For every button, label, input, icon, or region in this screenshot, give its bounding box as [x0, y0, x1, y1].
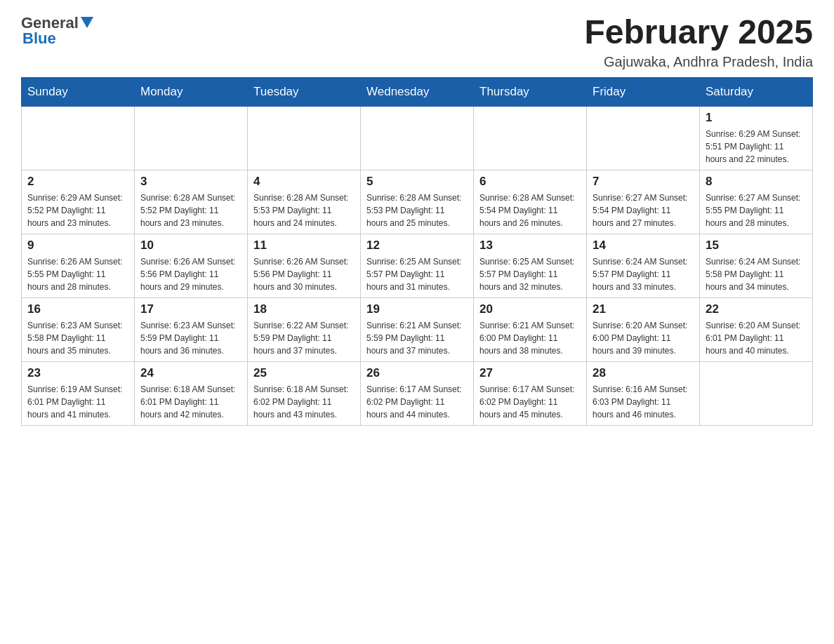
day-number: 26	[366, 366, 468, 380]
title-block: February 2025 Gajuwaka, Andhra Pradesh, …	[584, 14, 813, 70]
day-info: Sunrise: 6:25 AM Sunset: 5:57 PM Dayligh…	[366, 255, 468, 293]
day-of-week-header: Monday	[135, 77, 248, 106]
day-info: Sunrise: 6:20 AM Sunset: 6:00 PM Dayligh…	[593, 319, 694, 357]
day-info: Sunrise: 6:26 AM Sunset: 5:56 PM Dayligh…	[253, 255, 355, 293]
day-info: Sunrise: 6:27 AM Sunset: 5:55 PM Dayligh…	[706, 192, 807, 229]
day-number: 17	[140, 302, 241, 316]
calendar-cell: 13Sunrise: 6:25 AM Sunset: 5:57 PM Dayli…	[474, 234, 587, 297]
calendar-header-row: SundayMondayTuesdayWednesdayThursdayFrid…	[22, 77, 813, 106]
calendar-cell	[587, 106, 700, 170]
calendar-cell: 3Sunrise: 6:28 AM Sunset: 5:52 PM Daylig…	[135, 170, 248, 234]
day-number: 28	[593, 366, 694, 380]
day-of-week-header: Wednesday	[361, 77, 474, 106]
day-number: 22	[706, 302, 807, 316]
calendar-cell: 7Sunrise: 6:27 AM Sunset: 5:54 PM Daylig…	[587, 170, 700, 234]
calendar-cell: 18Sunrise: 6:22 AM Sunset: 5:59 PM Dayli…	[248, 297, 361, 361]
logo-triangle-icon	[81, 17, 93, 28]
day-number: 12	[366, 239, 468, 253]
day-of-week-header: Tuesday	[248, 77, 361, 106]
day-number: 14	[593, 239, 694, 253]
day-number: 7	[593, 175, 694, 189]
day-info: Sunrise: 6:17 AM Sunset: 6:02 PM Dayligh…	[366, 383, 468, 421]
day-number: 25	[253, 366, 355, 380]
calendar-cell: 4Sunrise: 6:28 AM Sunset: 5:53 PM Daylig…	[248, 170, 361, 234]
day-of-week-header: Friday	[587, 77, 700, 106]
calendar-cell: 6Sunrise: 6:28 AM Sunset: 5:54 PM Daylig…	[474, 170, 587, 234]
calendar-cell: 21Sunrise: 6:20 AM Sunset: 6:00 PM Dayli…	[587, 297, 700, 361]
calendar-cell: 26Sunrise: 6:17 AM Sunset: 6:02 PM Dayli…	[361, 361, 474, 425]
day-info: Sunrise: 6:28 AM Sunset: 5:53 PM Dayligh…	[253, 192, 355, 229]
day-info: Sunrise: 6:21 AM Sunset: 6:00 PM Dayligh…	[479, 319, 581, 357]
calendar-cell: 1Sunrise: 6:29 AM Sunset: 5:51 PM Daylig…	[700, 106, 813, 170]
day-number: 23	[27, 366, 128, 380]
day-number: 20	[479, 302, 581, 316]
calendar-cell: 12Sunrise: 6:25 AM Sunset: 5:57 PM Dayli…	[361, 234, 474, 297]
month-title: February 2025	[584, 14, 813, 51]
day-number: 21	[593, 302, 694, 316]
day-number: 24	[140, 366, 241, 380]
day-info: Sunrise: 6:24 AM Sunset: 5:57 PM Dayligh…	[593, 255, 694, 293]
calendar-week-row: 1Sunrise: 6:29 AM Sunset: 5:51 PM Daylig…	[22, 106, 813, 170]
calendar-cell: 8Sunrise: 6:27 AM Sunset: 5:55 PM Daylig…	[700, 170, 813, 234]
calendar-cell: 5Sunrise: 6:28 AM Sunset: 5:53 PM Daylig…	[361, 170, 474, 234]
day-number: 6	[479, 175, 581, 189]
day-info: Sunrise: 6:19 AM Sunset: 6:01 PM Dayligh…	[27, 383, 128, 421]
day-number: 4	[253, 175, 355, 189]
calendar-cell: 10Sunrise: 6:26 AM Sunset: 5:56 PM Dayli…	[135, 234, 248, 297]
day-of-week-header: Thursday	[474, 77, 587, 106]
calendar-cell: 24Sunrise: 6:18 AM Sunset: 6:01 PM Dayli…	[135, 361, 248, 425]
day-info: Sunrise: 6:28 AM Sunset: 5:53 PM Dayligh…	[366, 192, 468, 229]
day-info: Sunrise: 6:24 AM Sunset: 5:58 PM Dayligh…	[706, 255, 807, 293]
day-number: 27	[479, 366, 581, 380]
calendar-cell: 27Sunrise: 6:17 AM Sunset: 6:02 PM Dayli…	[474, 361, 587, 425]
day-info: Sunrise: 6:28 AM Sunset: 5:52 PM Dayligh…	[140, 192, 241, 229]
calendar-cell: 28Sunrise: 6:16 AM Sunset: 6:03 PM Dayli…	[587, 361, 700, 425]
day-number: 8	[706, 175, 807, 189]
day-info: Sunrise: 6:20 AM Sunset: 6:01 PM Dayligh…	[706, 319, 807, 357]
day-info: Sunrise: 6:25 AM Sunset: 5:57 PM Dayligh…	[479, 255, 581, 293]
day-number: 15	[706, 239, 807, 253]
calendar-cell: 14Sunrise: 6:24 AM Sunset: 5:57 PM Dayli…	[587, 234, 700, 297]
day-number: 11	[253, 239, 355, 253]
calendar-cell: 17Sunrise: 6:23 AM Sunset: 5:59 PM Dayli…	[135, 297, 248, 361]
day-number: 1	[706, 111, 807, 125]
day-info: Sunrise: 6:22 AM Sunset: 5:59 PM Dayligh…	[253, 319, 355, 357]
calendar-cell: 20Sunrise: 6:21 AM Sunset: 6:00 PM Dayli…	[474, 297, 587, 361]
day-number: 10	[140, 239, 241, 253]
calendar-week-row: 9Sunrise: 6:26 AM Sunset: 5:55 PM Daylig…	[22, 234, 813, 297]
day-info: Sunrise: 6:23 AM Sunset: 5:58 PM Dayligh…	[27, 319, 128, 357]
day-info: Sunrise: 6:29 AM Sunset: 5:51 PM Dayligh…	[706, 128, 807, 166]
day-number: 9	[27, 239, 128, 253]
day-info: Sunrise: 6:29 AM Sunset: 5:52 PM Dayligh…	[27, 192, 128, 229]
day-of-week-header: Sunday	[22, 77, 135, 106]
day-number: 2	[27, 175, 128, 189]
calendar-cell: 25Sunrise: 6:18 AM Sunset: 6:02 PM Dayli…	[248, 361, 361, 425]
logo: General Blue	[21, 14, 93, 48]
calendar-week-row: 16Sunrise: 6:23 AM Sunset: 5:58 PM Dayli…	[22, 297, 813, 361]
day-number: 16	[27, 302, 128, 316]
day-info: Sunrise: 6:17 AM Sunset: 6:02 PM Dayligh…	[479, 383, 581, 421]
calendar-cell	[135, 106, 248, 170]
day-info: Sunrise: 6:26 AM Sunset: 5:56 PM Dayligh…	[140, 255, 241, 293]
day-info: Sunrise: 6:18 AM Sunset: 6:02 PM Dayligh…	[253, 383, 355, 421]
day-info: Sunrise: 6:23 AM Sunset: 5:59 PM Dayligh…	[140, 319, 241, 357]
logo-blue-text: Blue	[22, 29, 56, 48]
day-info: Sunrise: 6:18 AM Sunset: 6:01 PM Dayligh…	[140, 383, 241, 421]
day-info: Sunrise: 6:26 AM Sunset: 5:55 PM Dayligh…	[27, 255, 128, 293]
day-number: 18	[253, 302, 355, 316]
calendar-cell: 16Sunrise: 6:23 AM Sunset: 5:58 PM Dayli…	[22, 297, 135, 361]
day-info: Sunrise: 6:28 AM Sunset: 5:54 PM Dayligh…	[479, 192, 581, 229]
calendar-cell	[361, 106, 474, 170]
day-of-week-header: Saturday	[700, 77, 813, 106]
day-info: Sunrise: 6:27 AM Sunset: 5:54 PM Dayligh…	[593, 192, 694, 229]
calendar-cell	[700, 361, 813, 425]
calendar-cell: 19Sunrise: 6:21 AM Sunset: 5:59 PM Dayli…	[361, 297, 474, 361]
calendar-cell	[248, 106, 361, 170]
calendar-cell: 22Sunrise: 6:20 AM Sunset: 6:01 PM Dayli…	[700, 297, 813, 361]
calendar-table: SundayMondayTuesdayWednesdayThursdayFrid…	[21, 77, 813, 426]
calendar-week-row: 2Sunrise: 6:29 AM Sunset: 5:52 PM Daylig…	[22, 170, 813, 234]
page-header: General Blue February 2025 Gajuwaka, And…	[21, 14, 813, 70]
calendar-cell: 23Sunrise: 6:19 AM Sunset: 6:01 PM Dayli…	[22, 361, 135, 425]
calendar-cell: 2Sunrise: 6:29 AM Sunset: 5:52 PM Daylig…	[22, 170, 135, 234]
calendar-cell	[22, 106, 135, 170]
